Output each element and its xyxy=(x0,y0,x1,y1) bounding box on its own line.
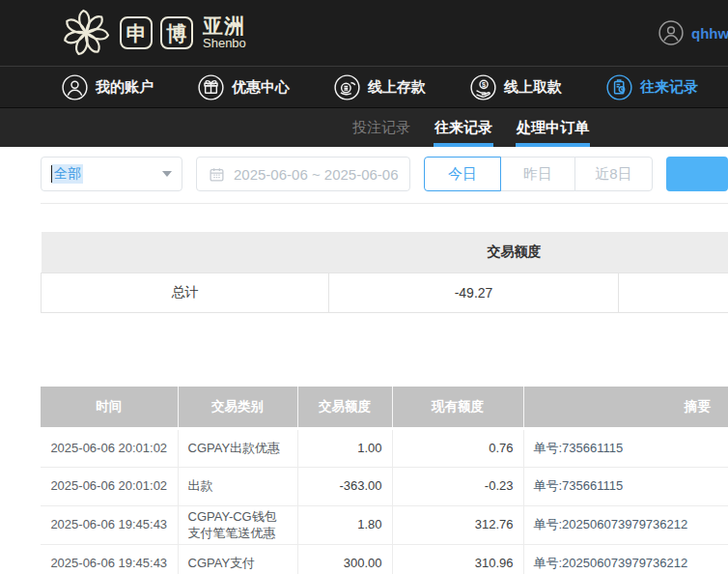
transaction-log-icon xyxy=(606,74,632,100)
record-cell-time: 2025-06-06 20:01:02 xyxy=(41,429,178,468)
summary-header-row: 交易额度 xyxy=(42,232,728,273)
date-range-value: 2025-06-06 ~ 2025-06-06 xyxy=(234,166,399,183)
record-cell-type: CGPAY支付 xyxy=(178,545,297,574)
calendar-icon xyxy=(209,166,225,183)
logo-char-box: 博 xyxy=(160,16,193,49)
nav-item-records[interactable]: 往来记录 xyxy=(606,74,698,100)
svg-text:$: $ xyxy=(482,79,486,88)
page: 申 博 亚洲 Shenbo qhhw 我的账户优惠中心线上存款$线上取款往来记录… xyxy=(0,0,728,574)
record-cell-summary: 单号:202506073979736212 xyxy=(523,506,728,545)
nav-item-label: 我的账户 xyxy=(96,78,154,97)
nav-item-promo[interactable]: 优惠中心 xyxy=(198,74,290,100)
summary-header-cell: 交易额度 xyxy=(42,232,728,273)
records-column-header: 时间 xyxy=(41,387,178,429)
record-cell-time: 2025-06-06 19:45:43 xyxy=(41,545,178,574)
record-cell-balance: -0.23 xyxy=(392,468,523,506)
record-cell-type: CGPAY出款优惠 xyxy=(178,429,297,468)
record-cell-balance: 0.76 xyxy=(392,429,523,468)
summary-total-value: -49.27 xyxy=(329,273,619,313)
brand-latin: Shenbo xyxy=(203,37,246,50)
username: qhhw xyxy=(691,25,728,42)
chevron-down-icon xyxy=(162,171,172,177)
nav-item-deposit[interactable]: 线上存款 xyxy=(334,74,426,100)
date-range-picker[interactable]: 2025-06-06 ~ 2025-06-06 xyxy=(196,157,410,191)
quick-range-button-1[interactable]: 昨日 xyxy=(500,157,575,191)
quick-range-button-2[interactable]: 近8日 xyxy=(574,157,653,191)
nav-item-label: 往来记录 xyxy=(640,78,698,97)
record-cell-type: CGPAY-CG钱包支付笔笔送优惠 xyxy=(178,506,297,545)
records-column-header: 现有额度 xyxy=(392,387,523,429)
nav-item-account[interactable]: 我的账户 xyxy=(62,74,154,100)
records-body: 2025-06-06 20:01:02CGPAY出款优惠1.000.76单号:7… xyxy=(41,429,728,574)
record-row: 2025-06-06 20:01:02CGPAY出款优惠1.000.76单号:7… xyxy=(41,429,728,468)
record-cell-type: 出款 xyxy=(178,468,297,506)
record-cell-summary: 单号:735661115 xyxy=(523,468,728,506)
record-row: 2025-06-06 20:01:02出款-363.00-0.23单号:7356… xyxy=(41,468,728,506)
nav-item-withdraw[interactable]: $线上取款 xyxy=(470,74,562,100)
summary-total-label: 总计 xyxy=(42,273,329,313)
nav-item-label: 线上存款 xyxy=(368,78,426,97)
tab-bet-records[interactable]: 投注记录 xyxy=(351,108,411,147)
record-cell-amount: -363.00 xyxy=(297,468,392,506)
avatar-icon xyxy=(658,20,684,45)
search-button[interactable] xyxy=(666,157,728,191)
record-cell-amount: 1.00 xyxy=(297,429,392,468)
logo-char-box: 申 xyxy=(120,16,153,49)
summary-header-label: 交易额度 xyxy=(488,244,542,259)
filter-bar: 全部 2025-06-06 ~ 2025-06-06 今日昨日近8日 xyxy=(41,157,728,191)
withdraw-money-icon: $ xyxy=(470,74,496,100)
record-cell-time: 2025-06-06 19:45:43 xyxy=(41,506,178,545)
section-divider xyxy=(41,203,728,204)
type-select-value: 全部 xyxy=(52,164,83,184)
type-select[interactable]: 全部 xyxy=(41,157,182,191)
gift-icon xyxy=(198,74,224,100)
nav-item-label: 线上取款 xyxy=(504,78,562,97)
account-menu[interactable]: qhhw xyxy=(658,0,728,66)
record-tabs: 投注记录往来记录处理中订单 xyxy=(0,108,728,147)
quick-range-group: 今日昨日近8日 xyxy=(424,157,653,191)
summary-empty-cell xyxy=(619,273,728,313)
deposit-coin-icon xyxy=(334,74,360,100)
quick-range-button-0[interactable]: 今日 xyxy=(424,157,501,191)
records-table: 时间交易类别交易额度现有额度摘要 2025-06-06 20:01:02CGPA… xyxy=(41,387,728,574)
flower-logo-icon xyxy=(60,7,112,59)
summary-table: 交易额度 总计 -49.27 xyxy=(41,232,728,313)
record-cell-balance: 312.76 xyxy=(392,506,523,545)
record-row: 2025-06-06 19:45:43CGPAY-CG钱包支付笔笔送优惠1.80… xyxy=(41,506,728,545)
main-nav: 我的账户优惠中心线上存款$线上取款往来记录 xyxy=(0,66,728,108)
records-header-row: 时间交易类别交易额度现有额度摘要 xyxy=(41,387,728,429)
user-circle-icon xyxy=(62,74,88,100)
brand-text: 亚洲 Shenbo xyxy=(203,15,246,50)
record-cell-summary: 单号:735661115 xyxy=(523,429,728,468)
tab-pending-orders[interactable]: 处理中订单 xyxy=(516,108,590,147)
record-cell-amount: 300.00 xyxy=(297,545,392,574)
records-column-header: 交易额度 xyxy=(297,387,392,429)
nav-item-label: 优惠中心 xyxy=(232,78,290,97)
record-cell-summary: 单号:202506073979736212 xyxy=(523,545,728,574)
brand-logo[interactable]: 申 博 亚洲 Shenbo xyxy=(60,7,246,59)
summary-total-row: 总计 -49.27 xyxy=(42,273,728,313)
record-cell-amount: 1.80 xyxy=(297,506,392,545)
records-column-header: 交易类别 xyxy=(178,387,297,429)
records-column-header: 摘要 xyxy=(523,387,728,429)
top-header: 申 博 亚洲 Shenbo qhhw xyxy=(0,0,728,66)
brand-region: 亚洲 xyxy=(203,15,246,37)
record-cell-balance: 310.96 xyxy=(392,545,523,574)
tab-transactions[interactable]: 往来记录 xyxy=(434,108,493,147)
record-row: 2025-06-06 19:45:43CGPAY支付300.00310.96单号… xyxy=(41,545,728,574)
record-cell-time: 2025-06-06 20:01:02 xyxy=(41,468,178,506)
